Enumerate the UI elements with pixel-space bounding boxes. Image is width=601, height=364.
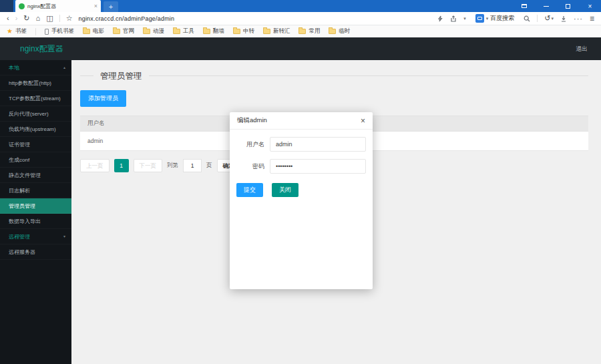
sidebar-item-log-parse[interactable]: 日志解析 <box>0 183 71 198</box>
menu-icon[interactable]: ≡ <box>590 14 594 23</box>
edit-admin-modal: 编辑admin × 用户名 密码 提交 关闭 <box>230 112 373 289</box>
username-label: 用户名 <box>230 140 264 149</box>
bookmark-folder[interactable]: 翻墙 <box>203 27 224 35</box>
url-text[interactable]: nginx.craccd.cn/adminPage/admin <box>79 15 175 22</box>
bookmarks-bar: ★ 书签 手机书签 电影 官网 动漫 工具 翻墙 中转 新转汇 常用 临时 <box>0 25 601 37</box>
undo-icon[interactable]: ↺ <box>544 14 550 23</box>
bookmark-label: 手机书签 <box>51 27 74 35</box>
sidebar-item-http-config[interactable]: http参数配置(http) <box>0 75 71 91</box>
search-engine-icon[interactable] <box>475 14 484 23</box>
divider <box>537 15 538 22</box>
sidebar-group-remote[interactable]: 远程管理 ▾ <box>0 229 71 244</box>
submit-button[interactable]: 提交 <box>236 183 263 197</box>
back-icon[interactable]: ‹ <box>7 15 9 22</box>
sidebar-item-static-files[interactable]: 静态文件管理 <box>0 168 71 183</box>
more-icon[interactable]: ··· <box>574 15 583 23</box>
undo-caret-icon[interactable]: ▾ <box>551 16 554 21</box>
sidebar-item-data-import-export[interactable]: 数据导入导出 <box>0 214 71 229</box>
bookmark-mobile[interactable]: 手机书签 <box>45 27 74 35</box>
bookmark-folder[interactable]: 常用 <box>298 27 320 35</box>
bookmark-label: 常用 <box>309 27 320 35</box>
window-controls: × <box>513 0 601 12</box>
sidebar-item-tcp-config[interactable]: TCP参数配置(stream) <box>0 91 71 106</box>
sidebar-item-cert-manage[interactable]: 证书管理 <box>0 137 71 152</box>
minimize-icon[interactable] <box>535 0 557 12</box>
close-icon[interactable]: × <box>579 0 601 12</box>
maximize-icon[interactable] <box>557 0 579 12</box>
folder-icon <box>173 29 180 34</box>
browser-logo[interactable] <box>0 0 13 12</box>
download-icon[interactable] <box>560 15 567 22</box>
folder-icon <box>329 29 336 34</box>
search-widget[interactable]: ▾ 百度搜索 <box>473 13 518 23</box>
tab-close-icon[interactable]: × <box>94 3 97 9</box>
reading-list-icon[interactable]: ◫ <box>46 15 53 22</box>
reload-icon[interactable]: ↻ <box>23 15 29 22</box>
bookmark-label: 电影 <box>93 27 104 35</box>
next-page-button[interactable]: 下一页 <box>134 159 163 172</box>
sidebar-item-admin-manage[interactable]: 管理员管理 <box>0 198 71 214</box>
divider <box>80 75 588 76</box>
prev-page-button[interactable]: 上一页 <box>80 159 110 172</box>
bookmark-folder[interactable]: 工具 <box>173 27 194 35</box>
page-title: 管理员管理 <box>93 70 149 82</box>
bookmark-label: 动漫 <box>153 27 164 35</box>
goto-suffix-label: 页 <box>206 162 212 170</box>
bookmark-folder[interactable]: 动漫 <box>143 27 164 35</box>
password-row: 密码 <box>230 159 373 174</box>
bookmark-folder[interactable]: 新转汇 <box>263 27 290 35</box>
search-engine-label[interactable]: 百度搜索 <box>490 14 514 23</box>
modal-buttons: 提交 关闭 <box>236 183 373 197</box>
forward-icon[interactable]: › <box>15 15 18 22</box>
sidebar-item-load-balance[interactable]: 负载均衡(upstream) <box>0 122 71 137</box>
bookmark-folder[interactable]: 电影 <box>83 27 104 35</box>
new-tab-button[interactable]: + <box>104 1 118 12</box>
goto-page-input[interactable] <box>183 159 202 172</box>
chevron-down-icon: ▾ <box>63 229 65 244</box>
bookmark-star-icon[interactable]: ☆ <box>66 15 73 22</box>
password-field[interactable] <box>270 159 366 174</box>
chevron-down-icon[interactable]: ▾ <box>463 16 466 21</box>
modal-close-icon[interactable]: × <box>361 117 365 125</box>
bookmark-label: 翻墙 <box>213 27 224 35</box>
folder-icon <box>263 29 270 34</box>
sidebar-item-generate-conf[interactable]: 生成conf <box>0 152 71 168</box>
folder-icon <box>233 29 240 34</box>
app-title: nginx配置器 <box>20 43 63 55</box>
bookmarks-root[interactable]: ★ 书签 <box>7 27 27 35</box>
bookmark-folder[interactable]: 临时 <box>329 27 350 35</box>
flash-icon[interactable] <box>437 15 443 22</box>
username-field[interactable] <box>270 137 366 152</box>
password-label: 密码 <box>230 162 264 171</box>
boss-key-icon[interactable] <box>513 0 535 12</box>
modal-titlebar: 编辑admin × <box>230 112 373 130</box>
tab-title: nginx配置器 <box>27 3 91 10</box>
current-page-button[interactable]: 1 <box>114 159 129 172</box>
folder-icon <box>298 29 306 34</box>
sidebar-group-local[interactable]: 本地 ▴ <box>0 60 71 75</box>
sidebar-item-remote-server[interactable]: 远程服务器 <box>0 244 71 260</box>
chevron-up-icon: ▴ <box>63 60 65 75</box>
find-icon[interactable] <box>524 15 530 22</box>
address-bar: ‹ › ↻ ⌂ ◫ ☆ nginx.craccd.cn/adminPage/ad… <box>0 12 601 25</box>
search-engine-caret-icon[interactable]: ▾ <box>486 16 489 21</box>
folder-icon <box>143 29 150 34</box>
share-icon[interactable] <box>450 15 457 22</box>
username-row: 用户名 <box>230 137 373 152</box>
bookmark-folder[interactable]: 中转 <box>233 27 254 35</box>
bookmark-label: 官网 <box>123 27 134 35</box>
add-admin-button[interactable]: 添加管理员 <box>80 90 126 107</box>
browser-tab[interactable]: nginx配置器 × <box>15 0 101 12</box>
browser-titlebar: nginx配置器 × + × <box>0 0 601 12</box>
folder-icon <box>203 29 210 34</box>
section-legend: 管理员管理 <box>80 69 588 81</box>
bookmark-label: 工具 <box>183 27 194 35</box>
undo-control[interactable]: ↺ ▾ <box>544 14 554 23</box>
sidebar-item-reverse-proxy[interactable]: 反向代理(server) <box>0 106 71 122</box>
site-favicon-icon <box>19 3 25 9</box>
close-button[interactable]: 关闭 <box>272 183 298 197</box>
home-icon[interactable]: ⌂ <box>36 15 41 22</box>
logout-link[interactable]: 退出 <box>576 45 588 53</box>
bookmark-folder[interactable]: 官网 <box>113 27 134 35</box>
modal-title: 编辑admin <box>237 116 267 125</box>
